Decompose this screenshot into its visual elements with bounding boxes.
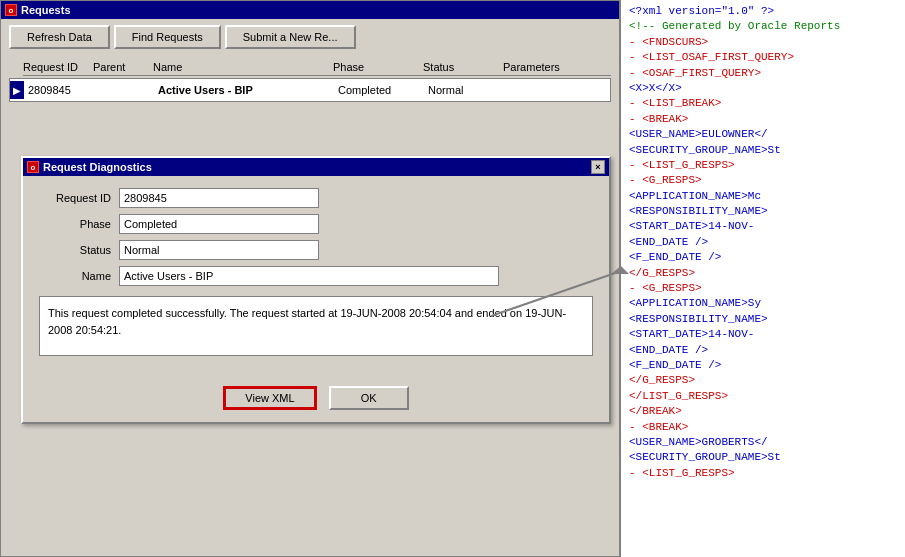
phase-row: Phase Completed <box>39 214 593 234</box>
cell-request-id: 2809845 <box>26 83 96 97</box>
status-row: Status Normal <box>39 240 593 260</box>
xml-line: </G_RESPS> <box>629 266 897 281</box>
col-header-status: Status <box>423 61 503 73</box>
xml-line: <X>X</X> <box>629 81 897 96</box>
name-label: Name <box>39 270 119 282</box>
xml-line: <RESPONSIBILITY_NAME> <box>629 312 897 327</box>
refresh-data-button[interactable]: Refresh Data <box>9 25 110 49</box>
xml-line: <RESPONSIBILITY_NAME> <box>629 204 897 219</box>
submit-request-button[interactable]: Submit a New Re... <box>225 25 356 49</box>
name-row: Name Active Users - BIP <box>39 266 593 286</box>
dialog-title: Request Diagnostics <box>43 161 152 173</box>
xml-line: - <BREAK> <box>629 112 897 127</box>
dialog-title-bar: o Request Diagnostics × <box>23 158 609 176</box>
requests-window: o Requests Refresh Data Find Requests Su… <box>0 0 620 557</box>
requests-table-area: Request ID Parent Name Phase Status Para… <box>1 55 619 106</box>
xml-line: <F_END_DATE /> <box>629 358 897 373</box>
xml-line: <USER_NAME>GROBERTS</ <box>629 435 897 450</box>
xml-line: <!-- Generated by Oracle Reports <box>629 19 897 34</box>
xml-line: <SECURITY_GROUP_NAME>St <box>629 450 897 465</box>
xml-line: </G_RESPS> <box>629 373 897 388</box>
xml-line: - <BREAK> <box>629 420 897 435</box>
cell-phase: Completed <box>336 83 426 97</box>
request-id-row: Request ID 2809845 <box>39 188 593 208</box>
window-title: Requests <box>21 4 71 16</box>
col-header-request-id: Request ID <box>23 61 93 73</box>
cell-parent <box>96 83 156 97</box>
xml-line: - <G_RESPS> <box>629 173 897 188</box>
xml-line: <SECURITY_GROUP_NAME>St <box>629 143 897 158</box>
find-requests-button[interactable]: Find Requests <box>114 25 221 49</box>
col-header-name: Name <box>153 61 333 73</box>
xml-line: - <LIST_G_RESPS> <box>629 466 897 481</box>
xml-line: <APPLICATION_NAME>Sy <box>629 296 897 311</box>
window-icon: o <box>5 4 17 16</box>
cell-name: Active Users - BIP <box>156 83 336 97</box>
ok-button[interactable]: OK <box>329 386 409 410</box>
xml-line: <END_DATE /> <box>629 235 897 250</box>
col-header-phase: Phase <box>333 61 423 73</box>
table-row[interactable]: ▶ 2809845 Active Users - BIP Completed N… <box>9 78 611 102</box>
request-id-label: Request ID <box>39 192 119 204</box>
toolbar: Refresh Data Find Requests Submit a New … <box>1 19 619 55</box>
dialog-body: Request ID 2809845 Phase Completed Statu… <box>23 176 609 378</box>
xml-content: <?xml version="1.0" ?><!-- Generated by … <box>629 4 897 481</box>
dialog-close-button[interactable]: × <box>591 160 605 174</box>
status-value: Normal <box>119 240 319 260</box>
xml-line: <END_DATE /> <box>629 343 897 358</box>
dialog-footer: View XML OK <box>23 378 609 422</box>
dialog-icon: o <box>27 161 39 173</box>
col-header-parameters: Parameters <box>503 61 583 73</box>
window-title-bar: o Requests <box>1 1 619 19</box>
xml-line: <START_DATE>14-NOV- <box>629 219 897 234</box>
xml-line: <START_DATE>14-NOV- <box>629 327 897 342</box>
phase-label: Phase <box>39 218 119 230</box>
phase-value: Completed <box>119 214 319 234</box>
xml-panel: <?xml version="1.0" ?><!-- Generated by … <box>620 0 905 557</box>
xml-line: - <OSAF_FIRST_QUERY> <box>629 66 897 81</box>
request-diagnostics-dialog: o Request Diagnostics × Request ID 28098… <box>21 156 611 424</box>
cell-status: Normal <box>426 83 506 97</box>
col-header-parent: Parent <box>93 61 153 73</box>
xml-line: - <LIST_G_RESPS> <box>629 158 897 173</box>
xml-line: </BREAK> <box>629 404 897 419</box>
xml-line: <APPLICATION_NAME>Mc <box>629 189 897 204</box>
xml-line: - <G_RESPS> <box>629 281 897 296</box>
status-label: Status <box>39 244 119 256</box>
xml-line: - <LIST_OSAF_FIRST_QUERY> <box>629 50 897 65</box>
xml-line: - <LIST_BREAK> <box>629 96 897 111</box>
name-value: Active Users - BIP <box>119 266 499 286</box>
completion-message: This request completed successfully. The… <box>39 296 593 356</box>
request-id-value: 2809845 <box>119 188 319 208</box>
xml-line: <USER_NAME>EULOWNER</ <box>629 127 897 142</box>
xml-line: <F_END_DATE /> <box>629 250 897 265</box>
view-xml-button[interactable]: View XML <box>223 386 316 410</box>
row-indicator: ▶ <box>10 81 24 99</box>
xml-line: <?xml version="1.0" ?> <box>629 4 897 19</box>
xml-line: - <FNDSCURS> <box>629 35 897 50</box>
xml-line: </LIST_G_RESPS> <box>629 389 897 404</box>
